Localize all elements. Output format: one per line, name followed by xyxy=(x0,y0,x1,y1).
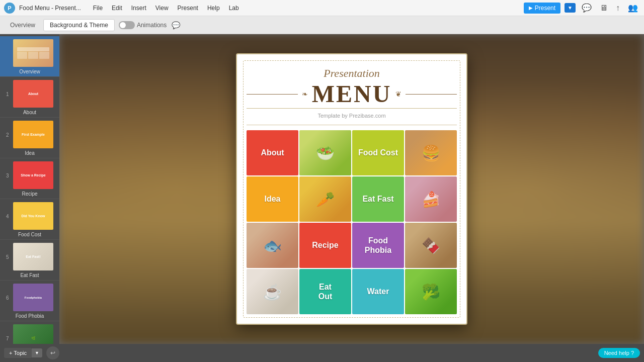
slide-thumb-foodcost: Did You Know xyxy=(13,202,53,230)
menu-help[interactable]: Help xyxy=(203,4,224,13)
tab-background-theme[interactable]: Background & Theme xyxy=(43,19,115,31)
app-logo: P xyxy=(4,3,15,14)
cell-foodcost[interactable]: Food Cost xyxy=(352,130,404,175)
fish-icon: 🐟 xyxy=(247,223,298,268)
comment-bubble-icon[interactable]: 💬 xyxy=(172,21,180,29)
cell-img-salad: 🥗 xyxy=(299,130,351,175)
cell-eatfast[interactable]: Eat Fast xyxy=(352,176,404,222)
menu-bar: File Edit Insert View Present Help Lab xyxy=(89,4,243,13)
cell-img-fish: 🐟 xyxy=(247,223,298,268)
sidebar-item-eatfast[interactable]: 5 Eat Fast! Eat Fast xyxy=(0,240,59,281)
sidebar-item-overview[interactable]: Overview xyxy=(0,36,59,77)
tab-overview[interactable]: Overview xyxy=(4,20,41,31)
toggle-knob xyxy=(120,22,126,28)
sidebar-label-foodphobia: Food Phobia xyxy=(4,313,55,319)
slide-thumb-about: About xyxy=(13,80,53,108)
menu-view[interactable]: View xyxy=(151,4,173,13)
canvas-area: Presentation ❧ MENU ❦ Template by Prezib… xyxy=(59,34,644,344)
sidebar-item-recipe[interactable]: 3 Show a Recipe Recipe xyxy=(0,158,59,199)
window-title: Food Menu - Present... xyxy=(19,5,81,12)
help-button[interactable]: Need help ? xyxy=(598,348,640,358)
add-topic-dropdown[interactable]: ▼ xyxy=(32,348,42,357)
comment-icon[interactable]: 💬 xyxy=(580,2,594,14)
add-topic-button[interactable]: + Topic xyxy=(4,348,32,358)
screen-icon[interactable]: 🖥 xyxy=(598,3,610,14)
menu-main-title: MENU xyxy=(312,82,392,106)
cell-label-recipe: Recipe xyxy=(312,240,338,250)
cell-img-veggie: 🥕 xyxy=(299,176,351,222)
burger-icon: 🍔 xyxy=(405,130,457,175)
slide-thumb-foodphobia: Foodphobia xyxy=(13,284,53,311)
cell-water[interactable]: Water xyxy=(352,269,404,314)
cell-idea[interactable]: Idea xyxy=(247,176,298,222)
cell-eatout[interactable]: Eat Out xyxy=(299,269,351,314)
sidebar-item-about[interactable]: 1 About About xyxy=(0,77,59,118)
deco-line-left xyxy=(247,94,298,95)
users-icon[interactable]: 👥 xyxy=(626,2,640,14)
cell-img-cup: ☕ xyxy=(247,269,298,314)
menu-file[interactable]: File xyxy=(89,4,107,13)
menu-present[interactable]: Present xyxy=(174,4,202,13)
cell-img-tiramisu: 🍫 xyxy=(405,223,457,268)
deco-left-icon: ❧ xyxy=(302,90,308,98)
menu-lab[interactable]: Lab xyxy=(225,4,243,13)
sub-bar: Overview Background & Theme Animations 💬 xyxy=(0,16,644,34)
deco-line-right xyxy=(406,94,457,95)
cell-label-about: About xyxy=(261,148,284,157)
animations-toggle[interactable]: Animations xyxy=(119,21,167,29)
menu-grid: About 🥗 Food Cost 🍔 Idea xyxy=(247,130,457,314)
cell-foodphobia[interactable]: Food Phobia xyxy=(352,223,404,268)
sidebar-label-foodcost: Food Cost xyxy=(4,232,55,237)
cell-label-idea: Idea xyxy=(264,194,280,204)
share-icon[interactable]: ↑ xyxy=(614,3,622,14)
sidebar-label-idea: Idea xyxy=(4,150,55,156)
sidebar-item-foodphobia[interactable]: 6 Foodphobia Food Phobia xyxy=(0,281,59,321)
back-button[interactable]: ↩ xyxy=(46,346,59,359)
slide-thumb-water: 🌿 xyxy=(13,324,53,344)
cell-label-eatfast: Eat Fast xyxy=(362,194,393,204)
animations-switch[interactable] xyxy=(119,21,135,29)
menu-card-header: Presentation ❧ MENU ❦ Template by Prezib… xyxy=(247,64,457,125)
slide-thumb-overview xyxy=(13,39,53,67)
sidebar-label-overview: Overview xyxy=(4,69,55,74)
sidebar-item-idea[interactable]: 2 First Example Idea xyxy=(0,118,59,158)
template-credit: Template by Prezibase.com xyxy=(317,113,385,119)
bottom-bar: + Topic ▼ ↩ Need help ? xyxy=(0,344,644,362)
sidebar-label-eatfast: Eat Fast xyxy=(4,273,55,278)
menu-edit[interactable]: Edit xyxy=(108,4,126,13)
cell-label-foodphobia: Food Phobia xyxy=(365,236,391,255)
presentation-script-title: Presentation xyxy=(247,67,457,80)
cell-img-cake: 🍰 xyxy=(405,176,457,222)
salad-icon: 🥗 xyxy=(299,130,351,175)
main-content: Overview 1 About About 2 First Example I… xyxy=(0,34,644,344)
top-bar: P Food Menu - Present... File Edit Inser… xyxy=(0,0,644,16)
cell-img-greens: 🥦 xyxy=(405,269,457,314)
slide-thumb-recipe: Show a Recipe xyxy=(13,161,53,189)
slide-thumb-eatfast: Eat Fast! xyxy=(13,243,53,270)
veggie-icon: 🥕 xyxy=(299,176,351,222)
sidebar-label-recipe: Recipe xyxy=(4,191,55,197)
sidebar-item-water[interactable]: 7 🌿 Water xyxy=(0,321,59,344)
deco-right-icon: ❦ xyxy=(395,90,401,98)
sidebar-item-foodcost[interactable]: 4 Did You Know Food Cost xyxy=(0,199,59,240)
slide-thumb-idea: First Example xyxy=(13,121,53,148)
toolbar-right: ▶ Present ▼ 💬 🖥 ↑ 👥 xyxy=(524,2,640,14)
present-button[interactable]: ▶ Present xyxy=(524,3,560,14)
sidebar: Overview 1 About About 2 First Example I… xyxy=(0,34,59,344)
cell-label-water: Water xyxy=(367,287,389,296)
present-dropdown[interactable]: ▼ xyxy=(565,3,576,13)
cell-img-burger: 🍔 xyxy=(405,130,457,175)
cup-icon: ☕ xyxy=(247,269,298,314)
cell-label-foodcost: Food Cost xyxy=(358,148,398,157)
sidebar-label-about: About xyxy=(4,110,55,115)
greens-icon: 🥦 xyxy=(405,269,457,314)
tiramisu-icon: 🍫 xyxy=(405,223,457,268)
menu-insert[interactable]: Insert xyxy=(127,4,150,13)
cake-icon: 🍰 xyxy=(405,176,457,222)
cell-label-eatout: Eat Out xyxy=(318,282,333,301)
animations-label: Animations xyxy=(137,22,167,29)
menu-decorations: ❧ MENU ❦ xyxy=(247,82,457,106)
cell-about[interactable]: About xyxy=(247,130,298,175)
menu-card: Presentation ❧ MENU ❦ Template by Prezib… xyxy=(236,53,467,325)
cell-recipe[interactable]: Recipe xyxy=(299,223,351,268)
